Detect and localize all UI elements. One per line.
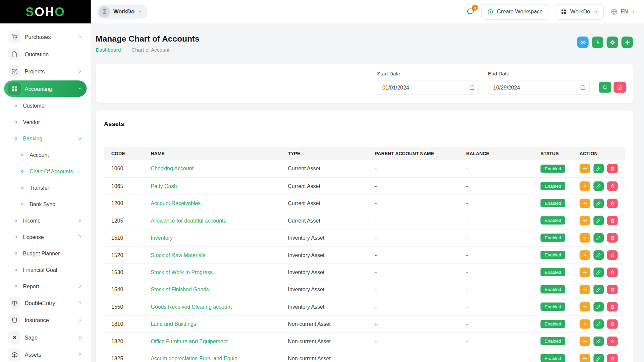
delete-button[interactable]: [607, 336, 618, 346]
sidebar-item-assets[interactable]: Assets: [4, 346, 87, 362]
journal-entry-button[interactable]: [580, 216, 590, 225]
journal-entry-button[interactable]: [580, 250, 590, 259]
account-name-link[interactable]: Account Receivables: [151, 200, 201, 206]
cell-status: Enabled: [533, 333, 572, 350]
account-name-link[interactable]: Land and Buildings: [151, 321, 196, 327]
delete-button[interactable]: [607, 233, 618, 242]
journal-entry-button[interactable]: [580, 319, 590, 328]
trash-icon: [610, 356, 615, 361]
dot-icon: [12, 135, 19, 142]
account-name-link[interactable]: Office Furniture and Equipement: [151, 338, 228, 344]
account-name-link[interactable]: Accum.depreciation-Furn. and Equip: [151, 355, 237, 361]
preview-button[interactable]: [577, 37, 588, 48]
breadcrumb: Dashboard Chart of Account: [96, 47, 199, 53]
cell-name: Account Receivables: [143, 194, 280, 212]
sidebar-item-purchases[interactable]: Purchases: [4, 29, 87, 45]
column-header-type: TYPE: [280, 147, 368, 160]
edit-button[interactable]: [593, 198, 604, 208]
account-name-link[interactable]: Goods Received Clearing account: [151, 304, 232, 310]
edit-button[interactable]: [593, 216, 604, 225]
end-date-input[interactable]: [488, 80, 590, 95]
cell-code: 1510: [104, 229, 144, 246]
sidebar-item-customer[interactable]: Customer: [4, 98, 87, 113]
breadcrumb-dashboard-link[interactable]: Dashboard: [96, 47, 121, 53]
workspace-switcher[interactable]: WorkDo: [97, 4, 147, 19]
settings-button[interactable]: [607, 37, 618, 48]
main: WorkDo 0 Create Workspace WorkDo: [91, 0, 644, 362]
logo-letter: S: [25, 5, 35, 19]
account-name-link[interactable]: Stock of Finished Goods: [151, 286, 209, 292]
journal-entry-button[interactable]: [580, 233, 590, 242]
sidebar-item-financial-goal[interactable]: Financial Goal: [4, 262, 87, 278]
account-name-link[interactable]: Stock of Raw Materials: [151, 252, 205, 258]
delete-button[interactable]: [607, 198, 618, 208]
journal-entry-button[interactable]: [580, 267, 590, 277]
messages-button[interactable]: 0: [466, 7, 475, 16]
edit-button[interactable]: [593, 233, 604, 242]
account-name-link[interactable]: Allowance for doubtful accounts: [151, 217, 226, 223]
language-selector[interactable]: EN: [610, 8, 635, 15]
create-workspace-button[interactable]: Create Workspace: [481, 4, 548, 20]
sidebar-item-transfer[interactable]: Transfer: [4, 180, 87, 195]
sidebar-item-vendor[interactable]: Vendor: [4, 114, 87, 130]
journal-entry-button[interactable]: [580, 181, 590, 191]
sidebar-item-budget-planner[interactable]: Budget Planner: [4, 245, 87, 261]
status-badge: Enabled: [540, 199, 565, 207]
sidebar-item-doubleentry[interactable]: DoubleEntry: [4, 295, 87, 311]
journal-entry-button[interactable]: [580, 285, 590, 294]
account-name-link[interactable]: Checking Account: [151, 166, 193, 172]
journal-entry-button[interactable]: [580, 354, 590, 362]
edit-button[interactable]: [593, 164, 604, 173]
edit-button[interactable]: [593, 319, 604, 328]
delete-button[interactable]: [607, 250, 618, 259]
account-name-link[interactable]: Inventory: [151, 235, 172, 241]
delete-button[interactable]: [607, 354, 618, 362]
add-account-button[interactable]: [622, 37, 633, 48]
delete-button[interactable]: [607, 319, 618, 328]
workspace-dropdown[interactable]: WorkDo: [555, 4, 604, 20]
account-name-link[interactable]: Stock of Work In Progress: [151, 269, 213, 275]
sidebar-item-account[interactable]: Account: [4, 147, 87, 163]
sidebar-item-accounting[interactable]: Accounting: [4, 80, 87, 97]
delete-button[interactable]: [607, 164, 618, 173]
sidebar-item-income[interactable]: Income: [4, 213, 87, 228]
calendar-icon[interactable]: [469, 84, 475, 90]
edit-button[interactable]: [593, 336, 604, 346]
cell-status: Enabled: [533, 212, 572, 229]
sidebar-item-sage[interactable]: SSage: [4, 329, 87, 346]
journal-entry-button[interactable]: [580, 336, 590, 346]
sidebar-item-bank-sync[interactable]: Bank Sync: [4, 196, 87, 212]
delete-button[interactable]: [607, 181, 618, 191]
sidebar-item-chart-of-accounts[interactable]: Chart Of Accounts: [4, 163, 87, 179]
account-name-link[interactable]: Petty Cash: [151, 183, 177, 189]
sidebar-item-report[interactable]: Report: [4, 278, 87, 294]
edit-button[interactable]: [593, 285, 604, 294]
edit-button[interactable]: [593, 267, 604, 277]
export-button[interactable]: [592, 37, 603, 48]
edit-button[interactable]: [593, 302, 604, 311]
workspace-name: WorkDo: [113, 9, 135, 15]
delete-button[interactable]: [607, 267, 618, 277]
sidebar-item-expense[interactable]: Expense: [4, 229, 87, 245]
reset-filter-button[interactable]: [613, 82, 626, 93]
calendar-icon[interactable]: [580, 84, 586, 90]
sidebar-item-projects[interactable]: Projects: [4, 63, 87, 80]
journal-entry-button[interactable]: [580, 302, 590, 311]
edit-button[interactable]: [593, 250, 604, 259]
journal-entry-button[interactable]: [580, 198, 590, 208]
delete-button[interactable]: [607, 285, 618, 294]
delete-button[interactable]: [607, 302, 618, 311]
delete-button[interactable]: [607, 216, 618, 225]
sidebar-item-banking[interactable]: Banking: [4, 130, 87, 146]
search-button[interactable]: [599, 82, 611, 93]
cell-actions: [572, 194, 625, 212]
dot-icon: [12, 102, 19, 109]
edit-button[interactable]: [593, 181, 604, 191]
sidebar-item-quotation[interactable]: Quotation: [4, 46, 87, 62]
start-date-input[interactable]: [377, 80, 479, 95]
edit-button[interactable]: [593, 354, 604, 362]
chevron-right-icon: [77, 284, 83, 289]
sidebar-item-insurance[interactable]: Insurance: [4, 312, 87, 328]
journal-entry-button[interactable]: [580, 164, 590, 173]
workspace-dropdown-label: WorkDo: [570, 9, 590, 15]
